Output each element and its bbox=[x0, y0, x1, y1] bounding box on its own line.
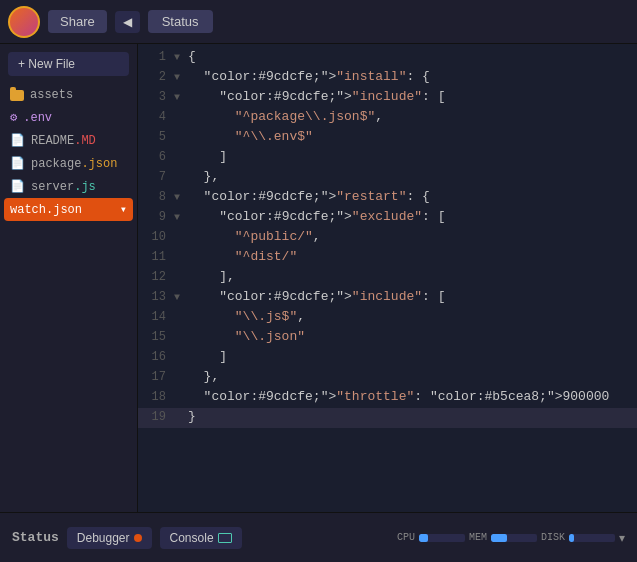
sidebar-item-env[interactable]: ⚙ .env bbox=[0, 106, 137, 129]
line-number: 4 bbox=[138, 110, 174, 124]
debugger-tab[interactable]: Debugger bbox=[67, 527, 152, 549]
line-code: ] bbox=[188, 349, 637, 364]
mem-meter bbox=[491, 534, 537, 542]
sidebar-item-watch-json[interactable]: watch.json ▾ bbox=[4, 198, 133, 221]
sidebar-item-readme[interactable]: 📄 README.MD bbox=[0, 129, 137, 152]
line-arrow-icon: ▼ bbox=[174, 72, 188, 83]
line-code: "color:#9cdcfe;">"install": { bbox=[188, 69, 637, 84]
main-layout: + New File assets ⚙ .env 📄 README.MD 📄 p… bbox=[0, 44, 637, 512]
line-number: 7 bbox=[138, 170, 174, 184]
status-label: Status bbox=[12, 530, 59, 545]
sidebar: + New File assets ⚙ .env 📄 README.MD 📄 p… bbox=[0, 44, 138, 512]
line-number: 8 bbox=[138, 190, 174, 204]
line-18: 18 "color:#9cdcfe;">"throttle": "color:#… bbox=[138, 388, 637, 408]
line-code: }, bbox=[188, 369, 637, 384]
gear-icon: ⚙ bbox=[10, 110, 17, 125]
line-arrow-icon: ▼ bbox=[174, 52, 188, 63]
line-arrow-icon: ▼ bbox=[174, 192, 188, 203]
back-button[interactable]: ◀ bbox=[115, 11, 140, 33]
share-button[interactable]: Share bbox=[48, 10, 107, 33]
line-number: 19 bbox=[138, 410, 174, 424]
sidebar-item-server-js[interactable]: 📄 server.js bbox=[0, 175, 137, 198]
line-10: 10 "^public/", bbox=[138, 228, 637, 248]
status-button[interactable]: Status bbox=[148, 10, 213, 33]
mem-label: MEM bbox=[469, 532, 487, 543]
sidebar-item-assets[interactable]: assets bbox=[0, 84, 137, 106]
console-tab[interactable]: Console bbox=[160, 527, 242, 549]
line-number: 18 bbox=[138, 390, 174, 404]
line-16: 16 ] bbox=[138, 348, 637, 368]
line-2: 2▼ "color:#9cdcfe;">"install": { bbox=[138, 68, 637, 88]
line-number: 6 bbox=[138, 150, 174, 164]
line-11: 11 "^dist/" bbox=[138, 248, 637, 268]
sidebar-item-label: server.js bbox=[31, 180, 96, 194]
cpu-label: CPU bbox=[397, 532, 415, 543]
line-code: "\\.js$", bbox=[188, 309, 637, 324]
sidebar-item-label: README.MD bbox=[31, 134, 96, 148]
sidebar-item-label: assets bbox=[30, 88, 73, 102]
line-number: 15 bbox=[138, 330, 174, 344]
line-1: 1▼{ bbox=[138, 48, 637, 68]
line-8: 8▼ "color:#9cdcfe;">"restart": { bbox=[138, 188, 637, 208]
line-6: 6 ] bbox=[138, 148, 637, 168]
line-code: "^public/", bbox=[188, 229, 637, 244]
new-file-button[interactable]: + New File bbox=[8, 52, 129, 76]
line-number: 13 bbox=[138, 290, 174, 304]
line-code: ] bbox=[188, 149, 637, 164]
cpu-fill bbox=[419, 534, 428, 542]
sidebar-item-label: watch.json bbox=[10, 203, 82, 217]
debugger-label: Debugger bbox=[77, 531, 130, 545]
sidebar-item-package-json[interactable]: 📄 package.json bbox=[0, 152, 137, 175]
disk-meter bbox=[569, 534, 615, 542]
line-5: 5 "^\\.env$" bbox=[138, 128, 637, 148]
line-code: "color:#9cdcfe;">"restart": { bbox=[188, 189, 637, 204]
line-code: "color:#9cdcfe;">"throttle": "color:#b5c… bbox=[188, 389, 637, 404]
meter-chevron-button[interactable]: ▾ bbox=[619, 531, 625, 545]
line-code: "color:#9cdcfe;">"include": [ bbox=[188, 89, 637, 104]
line-number: 14 bbox=[138, 310, 174, 324]
file-icon: 📄 bbox=[10, 179, 25, 194]
bottom-bar: Status Debugger Console CPU MEM DISK ▾ bbox=[0, 512, 637, 562]
line-17: 17 }, bbox=[138, 368, 637, 388]
editor-content[interactable]: 1▼{2▼ "color:#9cdcfe;">"install": {3▼ "c… bbox=[138, 44, 637, 512]
mem-fill bbox=[491, 534, 507, 542]
avatar bbox=[8, 6, 40, 38]
console-label: Console bbox=[170, 531, 214, 545]
line-code: "\\.json" bbox=[188, 329, 637, 344]
line-13: 13▼ "color:#9cdcfe;">"include": [ bbox=[138, 288, 637, 308]
debugger-dot-icon bbox=[134, 534, 142, 542]
folder-icon bbox=[10, 90, 24, 101]
disk-fill bbox=[569, 534, 574, 542]
line-arrow-icon: ▼ bbox=[174, 212, 188, 223]
line-15: 15 "\\.json" bbox=[138, 328, 637, 348]
line-code: ], bbox=[188, 269, 637, 284]
line-number: 3 bbox=[138, 90, 174, 104]
line-code: { bbox=[188, 49, 637, 64]
line-arrow-icon: ▼ bbox=[174, 92, 188, 103]
line-code: "color:#9cdcfe;">"include": [ bbox=[188, 289, 637, 304]
line-code: "^dist/" bbox=[188, 249, 637, 264]
line-number: 11 bbox=[138, 250, 174, 264]
line-number: 9 bbox=[138, 210, 174, 224]
line-arrow-icon: ▼ bbox=[174, 292, 188, 303]
line-7: 7 }, bbox=[138, 168, 637, 188]
file-icon: 📄 bbox=[10, 133, 25, 148]
monitor-icon bbox=[218, 533, 232, 543]
meter-group: CPU MEM DISK ▾ bbox=[397, 531, 625, 545]
line-number: 17 bbox=[138, 370, 174, 384]
sidebar-item-label: package.json bbox=[31, 157, 117, 171]
top-bar: Share ◀ Status bbox=[0, 0, 637, 44]
disk-label: DISK bbox=[541, 532, 565, 543]
line-19: 19 } bbox=[138, 408, 637, 428]
line-code: "color:#9cdcfe;">"exclude": [ bbox=[188, 209, 637, 224]
editor-panel: 1▼{2▼ "color:#9cdcfe;">"install": {3▼ "c… bbox=[138, 44, 637, 512]
sidebar-item-label: .env bbox=[23, 111, 52, 125]
line-14: 14 "\\.js$", bbox=[138, 308, 637, 328]
line-code: "^package\\.json$", bbox=[188, 109, 637, 124]
line-number: 2 bbox=[138, 70, 174, 84]
line-9: 9▼ "color:#9cdcfe;">"exclude": [ bbox=[138, 208, 637, 228]
file-icon: 📄 bbox=[10, 156, 25, 171]
line-number: 12 bbox=[138, 270, 174, 284]
line-number: 16 bbox=[138, 350, 174, 364]
line-3: 3▼ "color:#9cdcfe;">"include": [ bbox=[138, 88, 637, 108]
